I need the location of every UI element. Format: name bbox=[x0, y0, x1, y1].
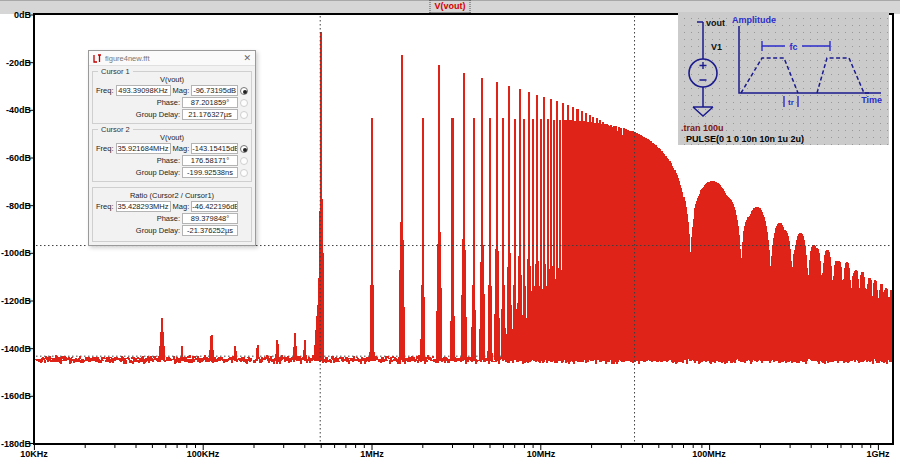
cursor2-phase-value: 176.58171° bbox=[182, 155, 238, 166]
pulse-directive: PULSE(0 1 0 10n 10n 1u 2u) bbox=[686, 134, 804, 144]
schematic-drawing: vout V1 Amplitude Time fc tr .tran 100u … bbox=[678, 12, 889, 145]
cursor1-phase-radio[interactable] bbox=[240, 99, 248, 107]
cursor2-group-delay-radio[interactable] bbox=[240, 169, 248, 177]
cursor2-group: Cursor 2 V(vout) Freq: 35.921684MHz Mag:… bbox=[92, 129, 252, 182]
net-label: vout bbox=[706, 18, 725, 28]
phase-label: Phase: bbox=[96, 98, 180, 107]
cursor1-freq-value: 493.39098KHz bbox=[116, 85, 171, 96]
y-tick-label: -100dB bbox=[0, 248, 31, 258]
cursor2-group-delay-value: -199.92538ns bbox=[182, 167, 238, 178]
time-label: Time bbox=[861, 95, 882, 105]
amplitude-label: Amplitude bbox=[732, 15, 776, 25]
phase-label: Phase: bbox=[96, 156, 180, 165]
ratio-phase-value: 89.379848° bbox=[182, 213, 238, 224]
polarity-marks bbox=[700, 62, 707, 80]
cursor1-mag-radio[interactable] bbox=[240, 87, 248, 95]
y-tick-label: -20dB bbox=[0, 58, 31, 68]
y-tick-label: -140dB bbox=[0, 344, 31, 354]
freq-label: Freq: bbox=[96, 144, 114, 153]
y-tick-label: -40dB bbox=[0, 105, 31, 115]
phase-label: Phase: bbox=[96, 214, 180, 223]
ratio-freq-value: 35.428293MHz bbox=[116, 201, 171, 212]
ratio-mag-value: -46.422196dB bbox=[191, 201, 238, 212]
freq-label: Freq: bbox=[96, 86, 114, 95]
x-tick-label: 1GHz bbox=[848, 449, 900, 459]
y-tick-label: 0dB bbox=[0, 10, 31, 20]
y-tick-label: -60dB bbox=[0, 153, 31, 163]
pulse-2 bbox=[817, 58, 870, 93]
x-tick-label: 100KHz bbox=[173, 449, 233, 459]
cursor1-header: Cursor 1 bbox=[98, 67, 133, 76]
x-tick-label: 10MHz bbox=[511, 449, 571, 459]
cursor-dialog: figure4new.fft ✕ Cursor 1 V(vout) Freq: … bbox=[88, 50, 256, 246]
tran-directive: .tran 100u bbox=[681, 123, 724, 133]
cursor2-phase-radio[interactable] bbox=[240, 157, 248, 165]
cursor-dialog-title-bar[interactable]: figure4new.fft ✕ bbox=[89, 51, 255, 66]
cursor1-group: Cursor 1 V(vout) Freq: 493.39098KHz Mag:… bbox=[92, 71, 252, 124]
ltspice-icon bbox=[93, 54, 102, 63]
cursor2-header: Cursor 2 bbox=[98, 125, 133, 134]
group-delay-label: Group Delay: bbox=[96, 110, 180, 119]
cursor2-signal: V(vout) bbox=[96, 133, 248, 142]
pulse-1 bbox=[741, 58, 798, 93]
y-tick-label: -160dB bbox=[0, 391, 31, 401]
schematic-inset: vout V1 Amplitude Time fc tr .tran 100u … bbox=[678, 12, 889, 145]
cursor2-mag-radio[interactable] bbox=[240, 145, 248, 153]
mag-label: Mag: bbox=[173, 86, 190, 95]
x-tick-label: 1MHz bbox=[342, 449, 402, 459]
cursor-dialog-title: figure4new.fft bbox=[105, 54, 240, 63]
mag-label: Mag: bbox=[173, 202, 190, 211]
group-delay-label: Group Delay: bbox=[96, 226, 180, 235]
ground-icon bbox=[693, 107, 713, 116]
source-name: V1 bbox=[711, 42, 722, 52]
ratio-signal: Ratio (Cursor2 / Cursor1) bbox=[96, 191, 248, 200]
y-tick-label: -80dB bbox=[0, 201, 31, 211]
cursor2-mag-value: -143.15415dB bbox=[191, 143, 238, 154]
group-delay-label: Group Delay: bbox=[96, 168, 180, 177]
cursor1-group-delay-value: 21.176327µs bbox=[182, 109, 238, 120]
y-tick-label: -180dB bbox=[0, 439, 31, 449]
freq-label: Freq: bbox=[96, 202, 114, 211]
ltspice-waveform-window: V(vout) 0dB -20dB -40dB -60dB -80dB -100… bbox=[0, 0, 900, 471]
cursor1-group-delay-radio[interactable] bbox=[240, 111, 248, 119]
mag-label: Mag: bbox=[173, 144, 190, 153]
x-tick-label: 10KHz bbox=[4, 449, 64, 459]
tr-label: tr bbox=[788, 98, 794, 107]
close-icon[interactable]: ✕ bbox=[243, 54, 251, 63]
wire bbox=[697, 22, 703, 107]
x-tick-label: 100MHz bbox=[679, 449, 739, 459]
cursor1-phase-value: 87.201859° bbox=[182, 97, 238, 108]
fc-label: fc bbox=[789, 42, 797, 52]
cursor1-mag-value: -96.73195dB bbox=[191, 85, 238, 96]
cursor1-signal: V(vout) bbox=[96, 75, 248, 84]
ratio-group-delay-value: -21.376252µs bbox=[182, 225, 238, 236]
y-tick-label: -120dB bbox=[0, 296, 31, 306]
ratio-group: Ratio (Cursor2 / Cursor1) Freq: 35.42829… bbox=[92, 187, 252, 242]
cursor2-freq-value: 35.921684MHz bbox=[116, 143, 171, 154]
